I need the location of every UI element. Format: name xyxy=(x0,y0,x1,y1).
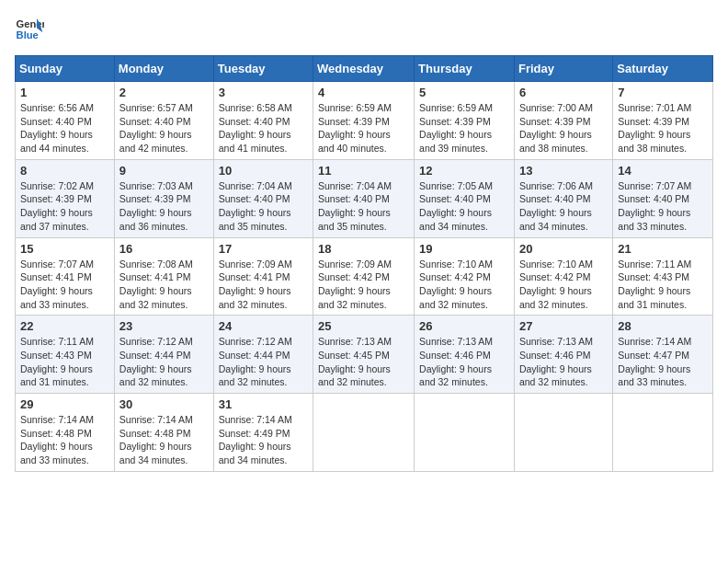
svg-text:Blue: Blue xyxy=(17,29,39,40)
calendar-cell: 23 Sunrise: 7:12 AMSunset: 4:44 PMDaylig… xyxy=(114,316,213,394)
calendar-header-tuesday: Tuesday xyxy=(213,56,313,82)
cell-text: Sunrise: 7:08 AMSunset: 4:41 PMDaylight:… xyxy=(119,259,193,310)
logo: General Blue xyxy=(15,15,48,44)
day-number: 9 xyxy=(119,164,209,178)
cell-text: Sunrise: 7:13 AMSunset: 4:46 PMDaylight:… xyxy=(519,336,593,387)
calendar-cell: 25 Sunrise: 7:13 AMSunset: 4:45 PMDaylig… xyxy=(313,316,415,394)
calendar-week-row: 29 Sunrise: 7:14 AMSunset: 4:48 PMDaylig… xyxy=(16,394,713,472)
calendar-cell: 1 Sunrise: 6:56 AMSunset: 4:40 PMDayligh… xyxy=(16,82,115,160)
calendar-cell: 7 Sunrise: 7:01 AMSunset: 4:39 PMDayligh… xyxy=(613,82,713,160)
calendar-cell: 12 Sunrise: 7:05 AMSunset: 4:40 PMDaylig… xyxy=(415,159,515,237)
calendar-cell: 27 Sunrise: 7:13 AMSunset: 4:46 PMDaylig… xyxy=(514,316,612,394)
calendar-cell: 30 Sunrise: 7:14 AMSunset: 4:48 PMDaylig… xyxy=(114,394,213,472)
cell-text: Sunrise: 7:05 AMSunset: 4:40 PMDaylight:… xyxy=(419,180,493,232)
calendar-cell: 5 Sunrise: 6:59 AMSunset: 4:39 PMDayligh… xyxy=(415,82,515,160)
calendar-cell xyxy=(613,394,713,472)
cell-text: Sunrise: 7:01 AMSunset: 4:39 PMDaylight:… xyxy=(618,102,691,154)
calendar-week-row: 22 Sunrise: 7:11 AMSunset: 4:43 PMDaylig… xyxy=(16,316,713,394)
calendar-cell xyxy=(415,394,515,472)
calendar-cell: 16 Sunrise: 7:08 AMSunset: 4:41 PMDaylig… xyxy=(114,237,213,316)
day-number: 30 xyxy=(119,397,209,411)
day-number: 20 xyxy=(519,242,608,256)
calendar-cell: 9 Sunrise: 7:03 AMSunset: 4:39 PMDayligh… xyxy=(114,159,213,237)
calendar-week-row: 15 Sunrise: 7:07 AMSunset: 4:41 PMDaylig… xyxy=(16,237,713,316)
day-number: 25 xyxy=(318,319,409,333)
calendar-cell: 18 Sunrise: 7:09 AMSunset: 4:42 PMDaylig… xyxy=(313,237,415,316)
day-number: 14 xyxy=(618,164,708,178)
cell-text: Sunrise: 6:59 AMSunset: 4:39 PMDaylight:… xyxy=(419,102,493,154)
calendar-cell: 31 Sunrise: 7:14 AMSunset: 4:49 PMDaylig… xyxy=(213,394,313,472)
day-number: 2 xyxy=(119,86,209,99)
calendar-week-row: 8 Sunrise: 7:02 AMSunset: 4:39 PMDayligh… xyxy=(16,159,713,237)
calendar-cell xyxy=(313,394,415,472)
cell-text: Sunrise: 7:14 AMSunset: 4:49 PMDaylight:… xyxy=(219,414,292,465)
cell-text: Sunrise: 7:06 AMSunset: 4:40 PMDaylight:… xyxy=(519,180,593,232)
day-number: 6 xyxy=(519,86,608,99)
cell-text: Sunrise: 7:07 AMSunset: 4:40 PMDaylight:… xyxy=(618,180,691,232)
cell-text: Sunrise: 7:13 AMSunset: 4:45 PMDaylight:… xyxy=(318,336,392,387)
calendar-cell: 14 Sunrise: 7:07 AMSunset: 4:40 PMDaylig… xyxy=(613,159,713,237)
page-header: General Blue xyxy=(15,15,713,44)
calendar-cell xyxy=(514,394,612,472)
day-number: 8 xyxy=(20,164,109,178)
day-number: 12 xyxy=(419,164,509,178)
calendar-header-wednesday: Wednesday xyxy=(313,56,415,82)
calendar-header-monday: Monday xyxy=(114,56,213,82)
day-number: 16 xyxy=(119,242,209,256)
cell-text: Sunrise: 7:14 AMSunset: 4:47 PMDaylight:… xyxy=(618,336,691,387)
day-number: 7 xyxy=(618,86,708,99)
calendar-cell: 21 Sunrise: 7:11 AMSunset: 4:43 PMDaylig… xyxy=(613,237,713,316)
cell-text: Sunrise: 7:10 AMSunset: 4:42 PMDaylight:… xyxy=(519,259,593,310)
calendar-header-row: SundayMondayTuesdayWednesdayThursdayFrid… xyxy=(16,56,713,82)
calendar-week-row: 1 Sunrise: 6:56 AMSunset: 4:40 PMDayligh… xyxy=(16,82,713,160)
calendar-header-saturday: Saturday xyxy=(613,56,713,82)
day-number: 23 xyxy=(119,319,209,333)
cell-text: Sunrise: 7:12 AMSunset: 4:44 PMDaylight:… xyxy=(119,336,193,387)
day-number: 17 xyxy=(219,242,308,256)
day-number: 18 xyxy=(318,242,409,256)
cell-text: Sunrise: 7:10 AMSunset: 4:42 PMDaylight:… xyxy=(419,259,493,310)
calendar-header-sunday: Sunday xyxy=(16,56,115,82)
calendar-cell: 26 Sunrise: 7:13 AMSunset: 4:46 PMDaylig… xyxy=(415,316,515,394)
day-number: 11 xyxy=(318,164,409,178)
calendar-cell: 4 Sunrise: 6:59 AMSunset: 4:39 PMDayligh… xyxy=(313,82,415,160)
cell-text: Sunrise: 7:12 AMSunset: 4:44 PMDaylight:… xyxy=(219,336,292,387)
day-number: 21 xyxy=(618,242,708,256)
calendar-cell: 10 Sunrise: 7:04 AMSunset: 4:40 PMDaylig… xyxy=(213,159,313,237)
calendar-cell: 28 Sunrise: 7:14 AMSunset: 4:47 PMDaylig… xyxy=(613,316,713,394)
calendar-cell: 11 Sunrise: 7:04 AMSunset: 4:40 PMDaylig… xyxy=(313,159,415,237)
day-number: 26 xyxy=(419,319,509,333)
calendar-cell: 2 Sunrise: 6:57 AMSunset: 4:40 PMDayligh… xyxy=(114,82,213,160)
cell-text: Sunrise: 7:02 AMSunset: 4:39 PMDaylight:… xyxy=(20,180,94,232)
day-number: 29 xyxy=(20,397,109,411)
day-number: 15 xyxy=(20,242,109,256)
calendar-cell: 17 Sunrise: 7:09 AMSunset: 4:41 PMDaylig… xyxy=(213,237,313,316)
day-number: 4 xyxy=(318,86,409,99)
calendar-cell: 15 Sunrise: 7:07 AMSunset: 4:41 PMDaylig… xyxy=(16,237,115,316)
calendar-header-friday: Friday xyxy=(514,56,612,82)
cell-text: Sunrise: 7:09 AMSunset: 4:42 PMDaylight:… xyxy=(318,259,392,310)
cell-text: Sunrise: 7:14 AMSunset: 4:48 PMDaylight:… xyxy=(119,414,193,465)
calendar-cell: 13 Sunrise: 7:06 AMSunset: 4:40 PMDaylig… xyxy=(514,159,612,237)
calendar-cell: 8 Sunrise: 7:02 AMSunset: 4:39 PMDayligh… xyxy=(16,159,115,237)
cell-text: Sunrise: 7:07 AMSunset: 4:41 PMDaylight:… xyxy=(20,259,94,310)
calendar-cell: 3 Sunrise: 6:58 AMSunset: 4:40 PMDayligh… xyxy=(213,82,313,160)
cell-text: Sunrise: 7:14 AMSunset: 4:48 PMDaylight:… xyxy=(20,414,94,465)
calendar-cell: 22 Sunrise: 7:11 AMSunset: 4:43 PMDaylig… xyxy=(16,316,115,394)
day-number: 13 xyxy=(519,164,608,178)
day-number: 5 xyxy=(419,86,509,99)
day-number: 3 xyxy=(219,86,308,99)
calendar-body: 1 Sunrise: 6:56 AMSunset: 4:40 PMDayligh… xyxy=(16,82,713,472)
logo-icon: General Blue xyxy=(15,15,44,44)
day-number: 24 xyxy=(219,319,308,333)
day-number: 27 xyxy=(519,319,608,333)
calendar-cell: 24 Sunrise: 7:12 AMSunset: 4:44 PMDaylig… xyxy=(213,316,313,394)
cell-text: Sunrise: 7:11 AMSunset: 4:43 PMDaylight:… xyxy=(618,259,691,310)
day-number: 22 xyxy=(20,319,109,333)
cell-text: Sunrise: 7:11 AMSunset: 4:43 PMDaylight:… xyxy=(20,336,94,387)
calendar-cell: 20 Sunrise: 7:10 AMSunset: 4:42 PMDaylig… xyxy=(514,237,612,316)
day-number: 10 xyxy=(219,164,308,178)
cell-text: Sunrise: 6:58 AMSunset: 4:40 PMDaylight:… xyxy=(219,102,292,154)
day-number: 19 xyxy=(419,242,509,256)
day-number: 1 xyxy=(20,86,109,99)
